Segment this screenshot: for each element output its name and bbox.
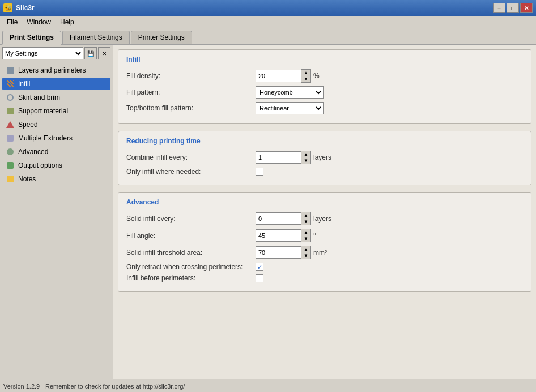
sidebar-item-advanced[interactable]: Advanced <box>2 146 110 158</box>
minimize-button[interactable]: – <box>493 3 505 13</box>
fill-density-row: Fill density: ▲ ▼ % <box>126 69 523 83</box>
tab-bar: Print Settings Filament Settings Printer… <box>0 28 536 45</box>
infill-icon <box>6 79 15 88</box>
status-text: Version 1.2.9 - Remember to check for up… <box>3 383 185 390</box>
combine-infill-spin-buttons: ▲ ▼ <box>301 151 311 164</box>
solid-infill-threshold-spinbox: ▲ ▼ <box>256 246 311 259</box>
infill-before-perimeters-row: Infill before perimeters: <box>126 274 523 282</box>
content: Infill Fill density: ▲ ▼ % Fill pattern: <box>113 45 536 379</box>
layers-icon <box>6 66 15 75</box>
solid-infill-threshold-label: Solid infill threshold area: <box>126 249 251 257</box>
solid-infill-every-up[interactable]: ▲ <box>301 212 310 219</box>
extruders-icon <box>6 134 15 143</box>
only-infill-checkbox[interactable] <box>256 168 263 176</box>
fill-angle-row: Fill angle: ▲ ▼ ° <box>126 229 523 242</box>
fill-density-label: Fill density: <box>126 72 251 80</box>
tab-print-settings[interactable]: Print Settings <box>2 31 61 45</box>
sidebar-item-extruders[interactable]: Multiple Extruders <box>2 132 110 144</box>
sidebar-item-skirt[interactable]: Skirt and brim <box>2 91 110 104</box>
solid-infill-every-spinbox: ▲ ▼ <box>256 212 311 225</box>
solid-infill-every-label: Solid infill every: <box>126 215 251 223</box>
advanced-section-title: Advanced <box>126 198 523 206</box>
top-bottom-fill-pattern-select[interactable]: Rectilinear Concentric <box>256 102 324 114</box>
menu-file[interactable]: File <box>2 17 22 27</box>
profile-delete-button[interactable]: ✕ <box>98 47 110 59</box>
combine-infill-row: Combine infill every: ▲ ▼ layers <box>126 151 523 164</box>
fill-angle-spinbox: ▲ ▼ <box>256 229 311 242</box>
sidebar-item-speed[interactable]: Speed <box>2 118 110 131</box>
solid-infill-every-control: ▲ ▼ layers <box>256 212 331 225</box>
output-icon <box>6 161 15 170</box>
app-icon: 🐝 <box>3 3 12 12</box>
main-layout: My Settings 💾 ✕ Layers and perimeters In… <box>0 45 536 379</box>
fill-pattern-row: Fill pattern: Rectilinear Line Concentri… <box>126 86 523 99</box>
only-infill-row: Only infill where needed: <box>126 168 523 176</box>
sidebar-item-infill[interactable]: Infill <box>2 78 110 90</box>
profile-select[interactable]: My Settings <box>2 47 83 59</box>
fill-pattern-control: Rectilinear Line Concentric Honeycomb Hi… <box>256 86 324 99</box>
infill-section: Infill Fill density: ▲ ▼ % Fill pattern: <box>118 49 531 124</box>
menu-window[interactable]: Window <box>22 17 56 27</box>
menu-bar: File Window Help <box>0 16 536 28</box>
sidebar-item-layers[interactable]: Layers and perimeters <box>2 64 110 76</box>
combine-infill-up[interactable]: ▲ <box>301 151 310 157</box>
fill-pattern-label: Fill pattern: <box>126 88 251 96</box>
top-bottom-fill-pattern-row: Top/bottom fill pattern: Rectilinear Con… <box>126 102 523 114</box>
sidebar: My Settings 💾 ✕ Layers and perimeters In… <box>0 45 113 379</box>
combine-infill-label: Combine infill every: <box>126 154 251 161</box>
infill-section-title: Infill <box>126 56 523 63</box>
menu-help[interactable]: Help <box>56 17 79 27</box>
solid-infill-every-input[interactable] <box>256 212 301 225</box>
maximize-button[interactable]: □ <box>507 3 519 13</box>
fill-density-control: ▲ ▼ % <box>256 69 320 83</box>
solid-infill-threshold-down[interactable]: ▼ <box>301 253 310 259</box>
close-button[interactable]: ✕ <box>520 3 533 13</box>
fill-density-spin-buttons: ▲ ▼ <box>301 69 311 83</box>
fill-density-up[interactable]: ▲ <box>301 70 310 76</box>
sidebar-item-output[interactable]: Output options <box>2 159 110 172</box>
fill-angle-unit: ° <box>313 232 316 240</box>
only-infill-control <box>256 168 263 176</box>
sidebar-item-notes[interactable]: Notes <box>2 173 110 185</box>
fill-density-spinbox: ▲ ▼ <box>256 69 311 83</box>
tab-printer-settings[interactable]: Printer Settings <box>131 31 192 44</box>
combine-infill-input[interactable] <box>256 151 301 164</box>
solid-infill-threshold-spin-buttons: ▲ ▼ <box>301 246 311 259</box>
solid-infill-every-down[interactable]: ▼ <box>301 219 310 225</box>
solid-infill-every-spin-buttons: ▲ ▼ <box>301 212 311 225</box>
solid-infill-threshold-row: Solid infill threshold area: ▲ ▼ mm² <box>126 246 523 259</box>
combine-infill-down[interactable]: ▼ <box>301 157 310 164</box>
solid-infill-threshold-unit: mm² <box>313 249 327 257</box>
advanced-icon <box>6 147 15 156</box>
infill-before-perimeters-checkbox[interactable] <box>256 274 263 282</box>
fill-pattern-select[interactable]: Rectilinear Line Concentric Honeycomb Hi… <box>256 86 324 99</box>
fill-density-input[interactable] <box>256 70 301 82</box>
profile-save-button[interactable]: 💾 <box>84 47 97 59</box>
infill-before-perimeters-label: Infill before perimeters: <box>126 274 251 282</box>
reducing-printing-time-title: Reducing printing time <box>126 137 523 145</box>
title-bar: 🐝 Slic3r – □ ✕ <box>0 0 536 16</box>
skirt-icon <box>6 93 15 102</box>
tab-filament-settings[interactable]: Filament Settings <box>62 31 130 44</box>
top-bottom-fill-pattern-control: Rectilinear Concentric <box>256 102 324 114</box>
fill-angle-down[interactable]: ▼ <box>301 236 310 242</box>
fill-density-down[interactable]: ▼ <box>301 76 310 82</box>
combine-infill-unit: layers <box>313 154 331 161</box>
combine-infill-control: ▲ ▼ layers <box>256 151 331 164</box>
only-retract-control: ✓ <box>256 263 263 271</box>
fill-angle-up[interactable]: ▲ <box>301 229 310 236</box>
only-retract-checkbox[interactable]: ✓ <box>256 263 263 271</box>
sidebar-item-support[interactable]: Support material <box>2 105 110 117</box>
speed-icon <box>6 120 15 129</box>
advanced-section: Advanced Solid infill every: ▲ ▼ layers … <box>118 192 531 292</box>
fill-angle-input[interactable] <box>256 229 301 242</box>
solid-infill-every-unit: layers <box>313 215 331 223</box>
notes-icon <box>6 174 15 184</box>
fill-density-unit: % <box>313 72 320 80</box>
reducing-printing-time-section: Reducing printing time Combine infill ev… <box>118 131 531 185</box>
only-retract-row: Only retract when crossing perimeters: ✓ <box>126 263 523 271</box>
solid-infill-threshold-up[interactable]: ▲ <box>301 246 310 253</box>
solid-infill-every-row: Solid infill every: ▲ ▼ layers <box>126 212 523 225</box>
solid-infill-threshold-input[interactable] <box>256 246 301 259</box>
sidebar-profile: My Settings 💾 ✕ <box>2 47 110 59</box>
